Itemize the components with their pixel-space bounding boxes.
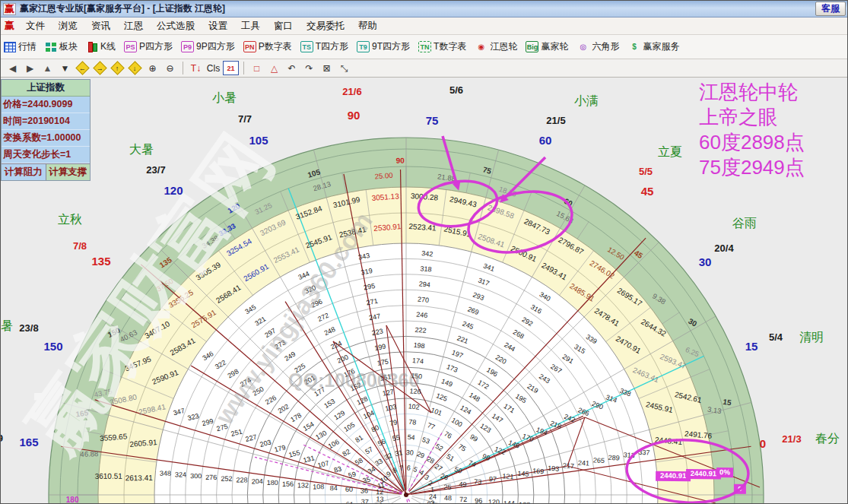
svg-text:小暑: 小暑: [212, 91, 237, 104]
svg-text:25.00: 25.00: [374, 171, 393, 181]
svg-text:45: 45: [641, 185, 654, 198]
toolbar-item-T数字表[interactable]: TNT数字表: [418, 40, 466, 53]
svg-text:小满: 小满: [574, 94, 599, 107]
svg-text:30: 30: [405, 449, 414, 457]
svg-text:144: 144: [503, 499, 515, 504]
svg-text:78: 78: [408, 418, 417, 426]
down-triangle-button[interactable]: ▼: [57, 61, 73, 75]
next-button[interactable]: ▶: [22, 61, 38, 75]
index-name: 上证指数: [2, 80, 90, 97]
toolbar-label: 9T四方形: [372, 40, 410, 53]
svg-text:5/6: 5/6: [449, 84, 463, 96]
svg-text:135: 135: [91, 255, 110, 268]
svg-text:25: 25: [443, 483, 452, 491]
menu-item-9[interactable]: 帮助: [351, 18, 384, 34]
svg-text:清明: 清明: [799, 331, 824, 344]
triangle-tool-button[interactable]: △: [266, 61, 282, 75]
menu-item-8[interactable]: 交易委托: [300, 18, 351, 34]
toolbar-item-板块[interactable]: 板块: [45, 40, 78, 53]
svg-text:6: 6: [406, 464, 411, 471]
toolbar-item-9P四方形[interactable]: P99P四方形: [181, 40, 235, 53]
svg-text:75: 75: [426, 114, 439, 127]
menu-item-5[interactable]: 设置: [202, 18, 234, 34]
svg-text:121: 121: [502, 472, 514, 480]
svg-text:270: 270: [417, 295, 429, 303]
pan-down-button[interactable]: ↓: [127, 61, 143, 75]
pan-up-button[interactable]: ↑: [110, 61, 125, 75]
toolbar-item-赢家服务[interactable]: $赢家服务: [627, 40, 679, 53]
drawing-toolbar: ◀▶▲▼←→↑↓⊕⊖T↓Cls21□△↶↷⊠⤡: [1, 59, 847, 78]
pan-left-button[interactable]: ←: [75, 61, 91, 75]
svg-text:132: 132: [297, 481, 309, 489]
menu-item-1[interactable]: 浏览: [52, 18, 84, 34]
toolbar-item-9T四方形[interactable]: T99T四方形: [357, 40, 410, 53]
zoom-out-button[interactable]: ⊖: [162, 61, 178, 75]
toolbar-label: 江恩轮: [490, 40, 517, 53]
svg-text:318: 318: [420, 265, 432, 273]
menu-item-4[interactable]: 公式选股: [150, 18, 202, 34]
rotate-cw-button[interactable]: ↷: [301, 61, 317, 75]
t-down-button[interactable]: T↓: [188, 61, 204, 75]
P数字表-icon: PN: [243, 41, 256, 52]
svg-text:15: 15: [723, 398, 732, 407]
toolbar-label: T数字表: [434, 40, 466, 53]
svg-text:105: 105: [249, 134, 268, 147]
menu-item-7[interactable]: 窗口: [267, 18, 300, 34]
rotate-ccw-button[interactable]: ↶: [284, 61, 300, 75]
sector-blocks-icon: [45, 42, 57, 52]
svg-text:23/8: 23/8: [19, 322, 38, 334]
svg-text:7/8: 7/8: [73, 240, 87, 252]
toolbar-item-六角形[interactable]: ◎六角形: [576, 40, 619, 53]
note-line: 上帝之眼: [699, 105, 805, 130]
panel-row-2: 变换系数=1.00000: [2, 130, 90, 147]
annotation-note: 江恩轮中轮 上帝之眼 60度2898点 75度2949点: [699, 80, 805, 180]
svg-text:156: 156: [282, 480, 294, 488]
svg-text:180: 180: [66, 496, 79, 504]
menu-item-6[interactable]: 工具: [234, 18, 267, 34]
note-line: 60度2898点: [699, 130, 805, 155]
panel-row-0: 价格=2440.9099: [2, 97, 90, 113]
toolbar-item-T四方形[interactable]: TST四方形: [300, 40, 348, 53]
svg-text:谷雨: 谷雨: [732, 217, 757, 230]
toolbar-item-江恩轮[interactable]: ◉江恩轮: [475, 40, 517, 53]
menu-bar: 赢 文件浏览资讯江恩公式选股设置工具窗口交易委托帮助: [1, 17, 847, 35]
toolbar-item-行情[interactable]: 行情: [4, 40, 37, 53]
cls-button[interactable]: Cls: [205, 61, 221, 75]
up-triangle-button[interactable]: ▲: [40, 61, 56, 75]
toolbar-separator: [183, 62, 183, 74]
toolbar-label: 六角形: [592, 40, 619, 53]
toolbar-item-赢家轮[interactable]: Big赢家轮: [526, 40, 568, 53]
pan-right-button[interactable]: →: [92, 61, 108, 75]
support-button[interactable]: 客服: [815, 2, 846, 16]
square-tool-button[interactable]: □: [249, 61, 265, 75]
toolbar-item-P数字表[interactable]: PNP数字表: [243, 40, 292, 53]
menu-item-3[interactable]: 江恩: [117, 18, 150, 34]
title-bar: 赢 赢家江恩专业版[赢家服务平台] - [上证指数 江恩轮] 客服: [1, 1, 847, 17]
svg-text:120: 120: [488, 498, 500, 504]
prev-button[interactable]: ◀: [5, 61, 21, 75]
toolbar-label: P数字表: [259, 40, 292, 53]
svg-text:300: 300: [190, 472, 202, 480]
toolbar-item-K线[interactable]: K线: [86, 40, 116, 53]
calc-support-button[interactable]: 计算支撑: [46, 163, 91, 180]
toolbar-item-P四方形[interactable]: PSP四方形: [124, 40, 173, 53]
fit-center-button[interactable]: ⤡: [336, 61, 352, 75]
svg-text:7/7: 7/7: [238, 113, 252, 125]
svg-text:24: 24: [429, 493, 437, 500]
svg-text:228: 228: [236, 476, 247, 483]
zoom-in-button[interactable]: ⊕: [145, 61, 160, 75]
svg-text:252: 252: [221, 475, 232, 483]
svg-text:150: 150: [43, 340, 62, 353]
menu-item-0[interactable]: 文件: [19, 18, 52, 34]
box-x-button[interactable]: ⊠: [319, 61, 335, 75]
calc-resistance-button[interactable]: 计算阻力: [2, 163, 46, 180]
svg-text:108: 108: [313, 483, 324, 490]
toolbar-label: 板块: [59, 40, 78, 53]
menu-item-2[interactable]: 资讯: [84, 18, 117, 34]
panel-row-3: 周天变化步长=1: [2, 147, 90, 163]
赢家轮-icon: Big: [526, 41, 538, 52]
calendar-button[interactable]: 21: [223, 61, 239, 75]
svg-text:QQ:100800360: QQ:100800360: [288, 369, 419, 391]
svg-text:342: 342: [421, 249, 434, 258]
svg-text:169: 169: [532, 467, 545, 475]
